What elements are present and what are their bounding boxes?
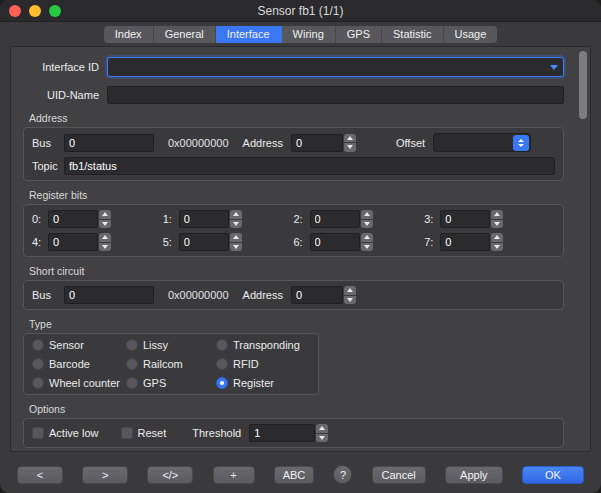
threshold-input[interactable] (249, 424, 315, 442)
stepper[interactable] (230, 233, 242, 251)
stepper-down-icon[interactable] (491, 220, 503, 229)
register-bits-group-label: Register bits (29, 189, 564, 202)
stepper[interactable] (230, 210, 242, 228)
stepper-up-icon[interactable] (99, 210, 111, 219)
register-bit-0-input[interactable] (48, 210, 98, 228)
stepper-up-icon[interactable] (344, 286, 356, 295)
tab-wiring[interactable]: Wiring (282, 26, 336, 43)
help-button[interactable]: ? (333, 465, 352, 484)
interface-id-combobox[interactable] (107, 57, 564, 77)
radio-rfid[interactable]: RFID (216, 358, 310, 370)
tab-statistic[interactable]: Statistic (382, 26, 444, 43)
stepper-down-icon[interactable] (344, 143, 356, 152)
stepper-down-icon[interactable] (361, 243, 373, 252)
stepper-up-icon[interactable] (230, 210, 242, 219)
offset-popup[interactable] (433, 133, 531, 152)
uid-name-label: UID-Name (23, 89, 99, 101)
stepper[interactable] (361, 210, 373, 228)
radio-transponding[interactable]: Transponding (216, 339, 310, 351)
checkbox-reset[interactable]: Reset (121, 427, 167, 439)
apply-button[interactable]: Apply (445, 466, 503, 484)
chevron-down-icon[interactable] (545, 65, 563, 70)
ok-button[interactable]: OK (522, 466, 584, 484)
radio-barcode[interactable]: Barcode (32, 358, 126, 370)
tab-segmented-control: Index General Interface Wiring GPS Stati… (104, 26, 498, 43)
short-circuit-bus-input[interactable] (64, 286, 154, 304)
short-circuit-address-input[interactable] (291, 286, 343, 304)
footer-button-bar: < > </> + ABC ? Cancel Apply OK (0, 456, 601, 493)
stepper-up-icon[interactable] (491, 210, 503, 219)
radio-icon (32, 358, 44, 370)
stepper[interactable] (99, 210, 111, 228)
stepper-down-icon[interactable] (344, 296, 356, 305)
checkbox-active-low[interactable]: Active low (32, 427, 99, 439)
register-bit-5: 5: (163, 233, 294, 251)
uid-name-input[interactable] (107, 86, 564, 104)
stepper-up-icon[interactable] (491, 233, 503, 242)
options-group: Options Active low Reset Threshold (23, 403, 564, 448)
address-input[interactable] (291, 134, 343, 152)
register-bit-5-input[interactable] (179, 233, 229, 251)
stepper[interactable] (99, 233, 111, 251)
stepper-down-icon[interactable] (230, 220, 242, 229)
next-button[interactable]: > (82, 466, 128, 484)
topic-input[interactable] (64, 157, 555, 175)
stepper[interactable] (316, 424, 328, 442)
tab-gps[interactable]: GPS (336, 26, 382, 43)
code-view-button[interactable]: </> (147, 466, 193, 484)
register-bit-3: 3: (424, 210, 555, 228)
stepper[interactable] (491, 210, 503, 228)
register-bit-3-input[interactable] (440, 210, 490, 228)
prev-button[interactable]: < (17, 466, 63, 484)
stepper-up-icon[interactable] (316, 424, 328, 433)
stepper-up-icon[interactable] (230, 233, 242, 242)
register-bit-6-input[interactable] (310, 233, 360, 251)
stepper[interactable] (344, 134, 356, 152)
interface-id-input[interactable] (108, 61, 545, 73)
tab-general[interactable]: General (154, 26, 216, 43)
radio-register[interactable]: Register (216, 377, 310, 389)
register-bit-7-input[interactable] (440, 233, 490, 251)
radio-sensor[interactable]: Sensor (32, 339, 126, 351)
stepper-down-icon[interactable] (99, 220, 111, 229)
scrollbar-thumb[interactable] (579, 51, 587, 119)
stepper-up-icon[interactable] (344, 134, 356, 143)
stepper-down-icon[interactable] (361, 220, 373, 229)
stepper[interactable] (344, 286, 356, 304)
close-button[interactable] (9, 5, 21, 17)
tab-index[interactable]: Index (104, 26, 154, 43)
stepper[interactable] (491, 233, 503, 251)
register-bit-1-input[interactable] (179, 210, 229, 228)
radio-lissy[interactable]: Lissy (126, 339, 216, 351)
abc-button[interactable]: ABC (274, 466, 315, 484)
interface-id-label: Interface ID (23, 61, 99, 73)
options-group-label: Options (29, 403, 564, 416)
stepper-up-icon[interactable] (99, 233, 111, 242)
zoom-button[interactable] (49, 5, 61, 17)
address-group-label: Address (29, 112, 564, 125)
radio-railcom[interactable]: Railcom (126, 358, 216, 370)
stepper[interactable] (361, 233, 373, 251)
minimize-button[interactable] (29, 5, 41, 17)
register-bit-4-input[interactable] (48, 233, 98, 251)
add-button[interactable]: + (213, 466, 255, 484)
stepper-down-icon[interactable] (99, 243, 111, 252)
register-bit-2-input[interactable] (310, 210, 360, 228)
stepper-up-icon[interactable] (361, 210, 373, 219)
stepper-down-icon[interactable] (230, 243, 242, 252)
cancel-button[interactable]: Cancel (372, 466, 426, 484)
stepper-down-icon[interactable] (316, 434, 328, 443)
stepper-up-icon[interactable] (361, 233, 373, 242)
short-circuit-address-spinner (291, 286, 356, 304)
tab-usage[interactable]: Usage (444, 26, 498, 43)
radio-icon (216, 339, 228, 351)
scrollbar[interactable] (576, 49, 588, 449)
radio-gps[interactable]: GPS (126, 377, 216, 389)
window-title: Sensor fb1 (1/1) (257, 4, 343, 18)
radio-wheel-counter[interactable]: Wheel counter (32, 377, 126, 389)
register-bit-1: 1: (163, 210, 294, 228)
radio-icon (126, 339, 138, 351)
bus-input[interactable] (64, 134, 154, 152)
stepper-down-icon[interactable] (491, 243, 503, 252)
tab-interface[interactable]: Interface (216, 26, 282, 43)
